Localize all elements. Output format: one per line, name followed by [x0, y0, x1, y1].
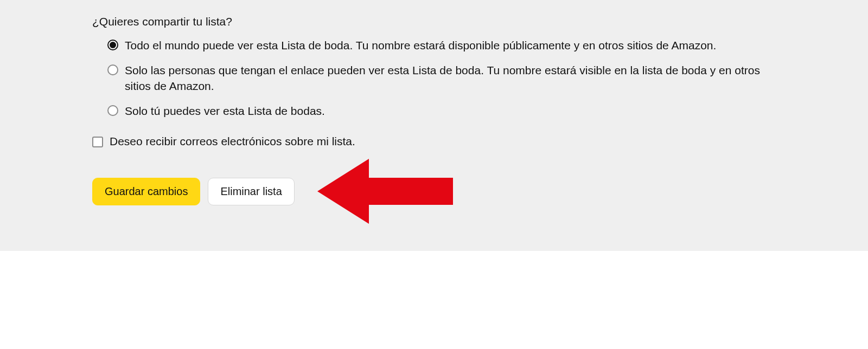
share-radio-private[interactable]	[107, 105, 118, 116]
settings-panel: ¿Quieres compartir tu lista? Todo el mun…	[0, 0, 868, 251]
emails-checkbox-row[interactable]: Deseo recibir correos electrónicos sobre…	[92, 135, 846, 148]
share-radio-group: Todo el mundo puede ver esta Lista de bo…	[92, 38, 846, 119]
share-option-label: Todo el mundo puede ver esta Lista de bo…	[125, 38, 716, 53]
share-option-link[interactable]: Solo las personas que tengan el enlace p…	[107, 63, 846, 94]
share-option-label: Solo las personas que tengan el enlace p…	[125, 63, 787, 94]
share-option-public[interactable]: Todo el mundo puede ver esta Lista de bo…	[107, 38, 846, 53]
arrow-annotation-icon	[317, 159, 453, 224]
share-radio-public[interactable]	[107, 40, 118, 50]
share-question: ¿Quieres compartir tu lista?	[92, 15, 846, 28]
emails-checkbox-label: Deseo recibir correos electrónicos sobre…	[110, 135, 355, 148]
share-option-private[interactable]: Solo tú puedes ver esta Lista de bodas.	[107, 104, 846, 119]
share-radio-link[interactable]	[107, 64, 118, 75]
svg-marker-0	[317, 159, 453, 224]
delete-list-button[interactable]: Eliminar lista	[208, 178, 294, 205]
share-option-label: Solo tú puedes ver esta Lista de bodas.	[125, 104, 325, 119]
button-row: Guardar cambios Eliminar lista	[92, 159, 846, 224]
emails-checkbox[interactable]	[92, 137, 103, 147]
save-button[interactable]: Guardar cambios	[92, 178, 200, 205]
